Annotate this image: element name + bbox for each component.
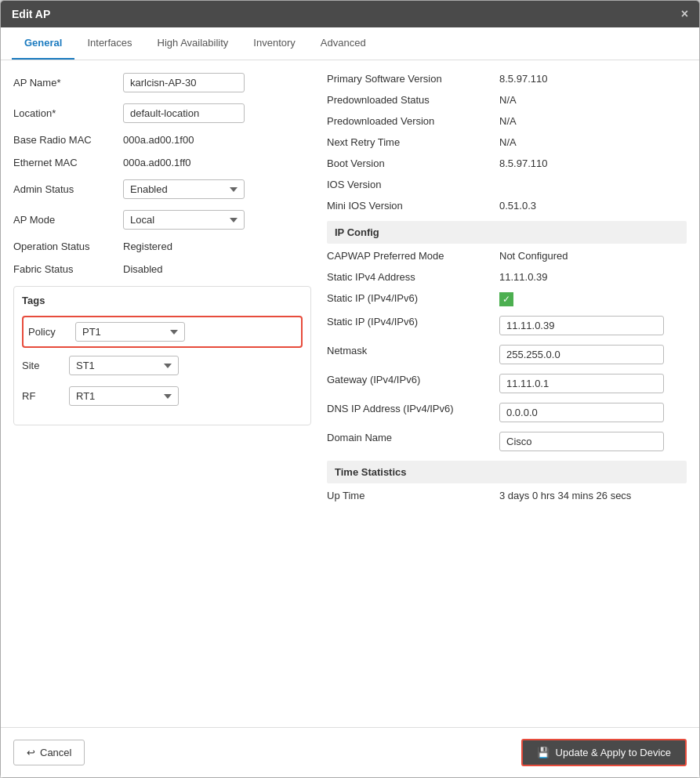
update-label: Update & Apply to Device <box>556 747 671 758</box>
predownloaded-status-value: N/A <box>499 94 517 106</box>
modal-header: Edit AP × <box>1 1 699 27</box>
tab-advanced[interactable]: Advanced <box>308 27 379 60</box>
ap-mode-select[interactable]: Local FlexConnect Monitor Sniffer <box>123 210 245 230</box>
time-stats-header: Time Statistics <box>327 461 687 483</box>
static-ip-input-row: Static IP (IPv4/IPv6) <box>327 316 687 335</box>
ethernet-mac-value: 000a.ad00.1ff0 <box>123 157 191 168</box>
next-retry-label: Next Retry Time <box>327 136 499 148</box>
location-row: Location* <box>13 103 311 123</box>
rf-row: RF RT1 <box>22 386 303 406</box>
update-icon: 💾 <box>537 747 549 758</box>
predownloaded-version-value: N/A <box>499 115 517 127</box>
domain-input[interactable] <box>499 432 664 451</box>
close-icon[interactable]: × <box>681 7 688 21</box>
ip-config-header: IP Config <box>327 221 687 244</box>
ethernet-mac-row: Ethernet MAC 000a.ad00.1ff0 <box>13 157 311 168</box>
capwap-value: Not Configured <box>499 250 568 262</box>
tags-title: Tags <box>22 295 303 306</box>
operation-status-label: Operation Status <box>13 241 123 252</box>
boot-version-row: Boot Version 8.5.97.110 <box>327 157 687 169</box>
location-input[interactable] <box>123 103 245 123</box>
left-column: AP Name* Location* Base Radio MAC 000a.a… <box>13 73 311 715</box>
ap-name-row: AP Name* <box>13 73 311 92</box>
policy-row: Policy PT1 <box>22 316 303 348</box>
netmask-input[interactable] <box>499 345 664 364</box>
admin-status-label: Admin Status <box>13 183 123 195</box>
primary-sw-label: Primary Software Version <box>327 73 499 85</box>
ios-version-row: IOS Version <box>327 179 687 190</box>
modal-title: Edit AP <box>12 8 50 20</box>
operation-status-value: Registered <box>123 241 172 252</box>
dns-row: DNS IP Address (IPv4/IPv6) <box>327 403 687 422</box>
dns-label: DNS IP Address (IPv4/IPv6) <box>327 403 499 414</box>
fabric-status-row: Fabric Status Disabled <box>13 263 311 275</box>
boot-version-value: 8.5.97.110 <box>499 157 547 169</box>
domain-label: Domain Name <box>327 432 499 443</box>
edit-ap-modal: Edit AP × General Interfaces High Availa… <box>0 0 700 778</box>
base-radio-mac-value: 000a.ad00.1f00 <box>123 134 194 146</box>
tab-inventory[interactable]: Inventory <box>241 27 307 60</box>
mini-ios-label: Mini IOS Version <box>327 200 499 212</box>
ap-mode-label: AP Mode <box>13 214 123 226</box>
tab-interfaces[interactable]: Interfaces <box>74 27 144 60</box>
static-ip-input-label: Static IP (IPv4/IPv6) <box>327 316 499 327</box>
next-retry-value: N/A <box>499 136 517 148</box>
static-ip-checkbox[interactable]: ✓ <box>499 292 513 306</box>
uptime-row: Up Time 3 days 0 hrs 34 mins 26 secs <box>327 490 687 501</box>
ap-name-input[interactable] <box>123 73 245 92</box>
right-column: Primary Software Version 8.5.97.110 Pred… <box>327 73 687 715</box>
ios-version-label: IOS Version <box>327 179 499 190</box>
static-ipv4-row: Static IPv4 Address 11.11.0.39 <box>327 271 687 283</box>
operation-status-row: Operation Status Registered <box>13 241 311 252</box>
next-retry-row: Next Retry Time N/A <box>327 136 687 148</box>
site-row: Site ST1 <box>22 356 303 375</box>
rf-label: RF <box>22 390 69 402</box>
cancel-label: Cancel <box>40 747 71 758</box>
capwap-label: CAPWAP Preferred Mode <box>327 250 499 262</box>
tab-general[interactable]: General <box>12 27 74 60</box>
tab-bar: General Interfaces High Availability Inv… <box>1 27 699 60</box>
static-ipv4-label: Static IPv4 Address <box>327 271 499 283</box>
policy-label: Policy <box>28 326 75 338</box>
predownloaded-version-row: Predownloaded Version N/A <box>327 115 687 127</box>
base-radio-mac-label: Base Radio MAC <box>13 134 123 146</box>
static-ip-input[interactable] <box>499 316 664 335</box>
netmask-label: Netmask <box>327 345 499 356</box>
admin-status-select[interactable]: Enabled Disabled <box>123 179 245 199</box>
modal-body: AP Name* Location* Base Radio MAC 000a.a… <box>1 60 699 727</box>
capwap-row: CAPWAP Preferred Mode Not Configured <box>327 250 687 262</box>
gateway-label: Gateway (IPv4/IPv6) <box>327 374 499 385</box>
mini-ios-value: 0.51.0.3 <box>499 200 536 212</box>
location-label: Location* <box>13 107 123 119</box>
cancel-button[interactable]: ↩ Cancel <box>13 740 85 765</box>
policy-select[interactable]: PT1 <box>75 322 185 342</box>
static-ip-checkbox-row: Static IP (IPv4/IPv6) ✓ <box>327 292 687 306</box>
fabric-status-value: Disabled <box>123 263 163 275</box>
uptime-value: 3 days 0 hrs 34 mins 26 secs <box>499 490 631 501</box>
predownloaded-status-label: Predownloaded Status <box>327 94 499 106</box>
predownloaded-version-label: Predownloaded Version <box>327 115 499 127</box>
static-ip-checkbox-label: Static IP (IPv4/IPv6) <box>327 292 499 304</box>
ap-name-label: AP Name* <box>13 77 123 89</box>
site-select[interactable]: ST1 <box>69 356 179 375</box>
tab-high-availability[interactable]: High Availability <box>145 27 241 60</box>
dns-input[interactable] <box>499 403 664 422</box>
primary-sw-value: 8.5.97.110 <box>499 73 547 85</box>
rf-select[interactable]: RT1 <box>69 386 179 406</box>
primary-sw-row: Primary Software Version 8.5.97.110 <box>327 73 687 85</box>
mini-ios-row: Mini IOS Version 0.51.0.3 <box>327 200 687 212</box>
tags-section: Tags Policy PT1 Site ST1 RF <box>13 286 311 425</box>
base-radio-mac-row: Base Radio MAC 000a.ad00.1f00 <box>13 134 311 146</box>
admin-status-row: Admin Status Enabled Disabled <box>13 179 311 199</box>
fabric-status-label: Fabric Status <box>13 263 123 275</box>
modal-footer: ↩ Cancel 💾 Update & Apply to Device <box>1 727 699 777</box>
uptime-label: Up Time <box>327 490 499 501</box>
update-apply-button[interactable]: 💾 Update & Apply to Device <box>521 739 687 766</box>
ethernet-mac-label: Ethernet MAC <box>13 157 123 168</box>
gateway-input[interactable] <box>499 374 664 393</box>
cancel-icon: ↩ <box>27 747 35 758</box>
static-ipv4-value: 11.11.0.39 <box>499 271 547 283</box>
boot-version-label: Boot Version <box>327 157 499 169</box>
netmask-row: Netmask <box>327 345 687 364</box>
domain-row: Domain Name <box>327 432 687 451</box>
